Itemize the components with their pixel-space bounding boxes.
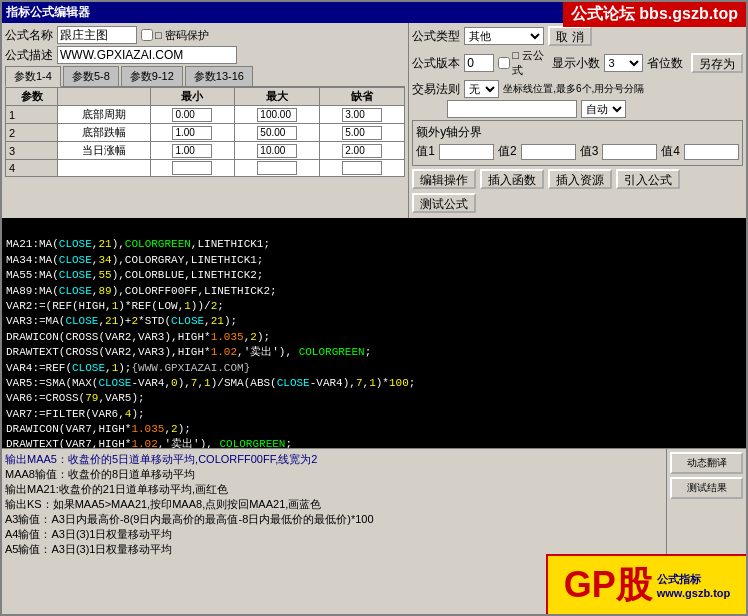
param-max-input-2[interactable] — [257, 126, 297, 140]
param-default-input-4[interactable] — [342, 161, 382, 175]
formula-desc-input[interactable] — [57, 46, 237, 64]
status-line-3: 输出MA21:收盘价的21日道单移动平均,画红色 — [5, 482, 663, 497]
formula-name-label: 公式名称 — [5, 27, 53, 44]
status-area: 输出MAA5：收盘价的5日道单移动平均,COLORFF00FF,线宽为2 MAA… — [2, 449, 666, 568]
insert-func-button[interactable]: 插入函数 — [480, 169, 544, 189]
param-min-input-1[interactable] — [172, 108, 212, 122]
tab-params-9-12[interactable]: 参数9-12 — [121, 66, 183, 86]
param-default-input-3[interactable] — [342, 144, 382, 158]
coord-input[interactable] — [447, 100, 577, 118]
param-default-4 — [320, 160, 405, 177]
val4-input[interactable] — [684, 144, 739, 160]
test-results-button[interactable]: 测试结果 — [670, 477, 743, 499]
code-editor[interactable]: MA21:MA(CLOSE,21),COLORGREEN,LINETHICK1;… — [2, 218, 746, 448]
auto-select[interactable]: 自动 — [581, 100, 626, 118]
param-max-1 — [235, 106, 320, 124]
status-line-5: A3输值：A3日内最高价-8(9日内最高价的最高值-8日内最低价的最低价)*10… — [5, 512, 663, 527]
formula-type-label: 公式类型 — [412, 28, 460, 45]
param-id-3: 3 — [6, 142, 58, 160]
param-min-input-2[interactable] — [172, 126, 212, 140]
logo-gp-text: GP股 — [564, 561, 652, 610]
save-as-button[interactable]: 另存为 — [691, 53, 743, 73]
status-line-2: MAA8输值：收盘价的8日道单移动平均 — [5, 467, 663, 482]
param-row-4: 4 — [6, 160, 405, 177]
param-default-input-1[interactable] — [342, 108, 382, 122]
insert-resource-button[interactable]: 插入资源 — [548, 169, 612, 189]
params-col-max: 最大 — [235, 88, 320, 106]
cloud-checkbox[interactable] — [498, 57, 510, 69]
top-area: 公式名称 □ 密码保护 公式描述 参数1-4 参数5-8 参数9-12 参数13… — [2, 23, 746, 218]
params-col-name — [58, 88, 150, 106]
param-min-input-3[interactable] — [172, 144, 212, 158]
tab-params-1-4[interactable]: 参数1-4 — [5, 66, 61, 87]
password-checkbox[interactable] — [141, 29, 153, 41]
formula-version-label: 公式版本 — [412, 55, 460, 72]
param-name-4 — [58, 160, 150, 177]
dynamic-translate-button[interactable]: 动态翻译 — [670, 452, 743, 474]
param-name-2: 底部跌幅 — [58, 124, 150, 142]
display-small-select[interactable]: 324 — [604, 54, 643, 72]
val1-label: 值1 — [416, 143, 435, 160]
edit-ops-button[interactable]: 编辑操作 — [412, 169, 476, 189]
status-line-4: 输出KS：如果MAA5>MAA21,按印MAA8,点则按回MAA21,画蓝色 — [5, 497, 663, 512]
params-tab-bar: 参数1-4 参数5-8 参数9-12 参数13-16 — [5, 66, 405, 87]
param-name-1: 底部周期 — [58, 106, 150, 124]
trading-rules-row: 交易法则 无 坐标线位置,最多6个,用分号分隔 — [412, 80, 743, 98]
param-min-2 — [150, 124, 235, 142]
param-id-1: 1 — [6, 106, 58, 124]
tab-params-5-8[interactable]: 参数5-8 — [63, 66, 119, 86]
toolbar-buttons-row: 编辑操作 插入函数 插入资源 引入公式 测试公式 — [412, 169, 743, 213]
formula-name-row: 公式名称 □ 密码保护 — [5, 26, 405, 44]
watermark-label: 公式论坛 bbs.gszb.top — [563, 2, 746, 27]
param-max-input-4[interactable] — [257, 161, 297, 175]
trading-rules-label: 交易法则 — [412, 81, 460, 98]
formula-name-input[interactable] — [57, 26, 137, 44]
param-id-4: 4 — [6, 160, 58, 177]
cloud-text: □ 云公式 — [512, 48, 547, 78]
param-max-3 — [235, 142, 320, 160]
main-window: 指标公式编辑器 公式论坛 bbs.gszb.top 公式名称 □ 密码保护 公式… — [0, 0, 748, 616]
status-line-1: 输出MAA5：收盘价的5日道单移动平均,COLORFF00FF,线宽为2 — [5, 452, 663, 467]
display-small-label: 显示小数 — [552, 55, 600, 72]
param-max-input-3[interactable] — [257, 144, 297, 158]
val2-input[interactable] — [521, 144, 576, 160]
logo-url-text: 公式指标 www.gszb.top — [657, 572, 731, 599]
cloud-label: □ 云公式 — [498, 48, 547, 78]
val1-input[interactable] — [439, 144, 494, 160]
param-row-3: 3 当日涨幅 — [6, 142, 405, 160]
formula-version-row: 公式版本 □ 云公式 显示小数 324 省位数 另存为 — [412, 48, 743, 78]
val4-label: 值4 — [661, 143, 680, 160]
param-default-input-2[interactable] — [342, 126, 382, 140]
param-max-input-1[interactable] — [257, 108, 297, 122]
param-max-2 — [235, 124, 320, 142]
param-default-2 — [320, 124, 405, 142]
param-id-2: 2 — [6, 124, 58, 142]
param-row-1: 1 底部周期 — [6, 106, 405, 124]
val3-input[interactable] — [602, 144, 657, 160]
val2-label: 值2 — [498, 143, 517, 160]
formula-version-input[interactable] — [464, 54, 494, 72]
param-min-3 — [150, 142, 235, 160]
formula-type-row: 公式类型 其他 价格 成交量 取 消 — [412, 26, 743, 46]
params-table: 参数 最小 最大 缺省 1 底部周期 — [5, 87, 405, 177]
cancel-button[interactable]: 取 消 — [548, 26, 591, 46]
trading-rules-select[interactable]: 无 — [464, 80, 499, 98]
test-formula-button[interactable]: 测试公式 — [412, 193, 476, 213]
intro-formula-button[interactable]: 引入公式 — [616, 169, 680, 189]
param-row-2: 2 底部跌幅 — [6, 124, 405, 142]
param-max-4 — [235, 160, 320, 177]
tab-params-13-16[interactable]: 参数13-16 — [185, 66, 253, 86]
params-col-min: 最小 — [150, 88, 235, 106]
extra-axis-label: 额外y轴分界 — [416, 124, 482, 141]
extra-axis-section: 额外y轴分界 值1 值2 值3 值4 — [412, 120, 743, 166]
param-min-1 — [150, 106, 235, 124]
param-name-3: 当日涨幅 — [58, 142, 150, 160]
formula-desc-label: 公式描述 — [5, 47, 53, 64]
formula-type-select[interactable]: 其他 价格 成交量 — [464, 27, 544, 45]
extra-axis-row: 额外y轴分界 — [416, 124, 739, 141]
params-col-id: 参数 — [6, 88, 58, 106]
param-min-input-4[interactable] — [172, 161, 212, 175]
formula-desc-row: 公式描述 — [5, 46, 405, 64]
bottom-panel: 输出MAA5：收盘价的5日道单移动平均,COLORFF00FF,线宽为2 MAA… — [2, 448, 746, 568]
param-default-3 — [320, 142, 405, 160]
